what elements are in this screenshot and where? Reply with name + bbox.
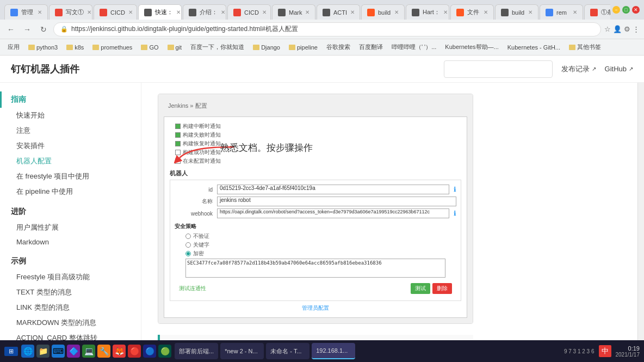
profile-icon[interactable]: 👤 bbox=[613, 25, 622, 33]
sidebar-item-freestyle-advanced[interactable]: Freestyle 项目高级功能 bbox=[0, 269, 141, 285]
radio-keyword[interactable]: 关键字 bbox=[175, 241, 456, 249]
bookmark-google[interactable]: 谷歌搜索 bbox=[324, 42, 352, 52]
tab-3[interactable]: CICD ✕ bbox=[94, 4, 137, 20]
menu-icon[interactable]: ⋮ bbox=[633, 25, 640, 33]
extensions-icon[interactable]: ⚙ bbox=[624, 25, 630, 33]
sidebar-item-freestyle[interactable]: 在 freestyle 项目中使用 bbox=[0, 169, 141, 184]
sidebar-item-text-type[interactable]: TEXT 类型的消息 bbox=[0, 285, 141, 300]
tab-favicon-11 bbox=[456, 9, 464, 16]
taskbar-app-new2[interactable]: *new 2 - N... bbox=[220, 343, 264, 359]
taskbar-firefox-icon[interactable]: 🦊 bbox=[113, 345, 126, 358]
radio-secret[interactable]: 加密 bbox=[175, 250, 456, 257]
bookmark-bilibili[interactable]: 哔哩哔哩（' '）... bbox=[389, 42, 438, 52]
close-button[interactable]: ✕ bbox=[632, 6, 640, 14]
tab-13[interactable]: rem ✕ bbox=[540, 4, 583, 20]
publish-record-link[interactable]: 发布记录 ↗ bbox=[561, 64, 596, 74]
sidebar-item-markdown-type[interactable]: MARKDOWN 类型的消息 bbox=[0, 315, 141, 330]
tab-close-5[interactable]: ✕ bbox=[221, 9, 225, 15]
tab-9[interactable]: build ✕ bbox=[361, 4, 405, 20]
tab-4[interactable]: 快速： ✕ bbox=[138, 4, 182, 20]
tab-close-6[interactable]: ✕ bbox=[262, 9, 267, 15]
bookmark-star-icon[interactable]: ☆ bbox=[604, 25, 611, 33]
input-method-indicator[interactable]: 中 bbox=[599, 345, 611, 357]
test-connectivity-link[interactable]: 测试连通性 bbox=[179, 285, 206, 292]
bookmark-go[interactable]: GO bbox=[139, 43, 160, 52]
name-input[interactable]: jenkins robot bbox=[217, 197, 456, 206]
taskbar-file-icon[interactable]: 📁 bbox=[36, 345, 49, 358]
taskbar-app2-icon[interactable]: 🔴 bbox=[128, 345, 141, 358]
tab-2[interactable]: 写文① ✕ bbox=[49, 4, 92, 20]
id-input[interactable]: 0d15219-2cc3-4de7-a1af-f65f4010c19a bbox=[217, 185, 449, 194]
bookmark-k8s-help[interactable]: Kubernetes帮助—... bbox=[443, 42, 500, 52]
test-button[interactable]: 测试 bbox=[411, 283, 430, 294]
start-button[interactable]: ⊞ bbox=[4, 347, 18, 356]
tab-5[interactable]: 介绍： ✕ bbox=[183, 4, 226, 20]
tab-close-1[interactable]: ✕ bbox=[38, 9, 42, 15]
sidebar-item-robot-config[interactable]: 机器人配置 bbox=[0, 154, 141, 169]
sidebar-item-link-type[interactable]: LINK 类型的消息 bbox=[0, 300, 141, 315]
back-button[interactable]: ← bbox=[4, 23, 17, 36]
tab-close-8[interactable]: ✕ bbox=[350, 9, 355, 15]
sidebar-item-note[interactable]: 注意 bbox=[0, 123, 141, 138]
webhook-info-icon[interactable]: ℹ bbox=[454, 210, 456, 217]
secret-textarea[interactable]: SEC3477fce7a08f78577a2d118b43b59ab47060e… bbox=[185, 259, 445, 278]
minimize-button[interactable]: − bbox=[612, 6, 620, 14]
bookmark-k8s[interactable]: k8s bbox=[64, 43, 86, 52]
radio-no-check[interactable]: 不验证 bbox=[175, 232, 456, 240]
taskbar-git-icon[interactable]: 💻 bbox=[82, 345, 95, 358]
tab-12[interactable]: build ✕ bbox=[495, 4, 538, 20]
delete-button[interactable]: 删除 bbox=[432, 283, 452, 294]
bookmark-pipeline[interactable]: pipeline bbox=[287, 43, 320, 52]
id-info-icon[interactable]: ℹ bbox=[454, 186, 456, 193]
sidebar-item-install-plugin[interactable]: 安装插件 bbox=[0, 138, 141, 154]
github-link[interactable]: GitHub ↗ bbox=[605, 65, 633, 73]
bookmark-others[interactable]: 其他书签 bbox=[567, 42, 603, 52]
sidebar-item-user-property[interactable]: 用户属性扩展 bbox=[0, 220, 141, 235]
taskbar-app-ip[interactable]: 192.168.1... bbox=[312, 343, 355, 359]
tab-close-7[interactable]: ✕ bbox=[305, 9, 309, 15]
bookmark-apps[interactable]: 应用 bbox=[5, 42, 22, 52]
right-scrollbar[interactable] bbox=[637, 83, 644, 340]
tab-close-3[interactable]: ✕ bbox=[128, 9, 133, 15]
bookmark-promethues[interactable]: promethues bbox=[90, 43, 134, 52]
taskbar-dev-icon[interactable]: 🔧 bbox=[97, 345, 110, 358]
bookmark-translate[interactable]: 百度翻译 bbox=[357, 42, 385, 52]
bookmark-django[interactable]: Django bbox=[251, 43, 282, 52]
taskbar-ie-icon[interactable]: 🌐 bbox=[21, 345, 34, 358]
tab-close-13[interactable]: ✕ bbox=[573, 9, 577, 15]
maximize-button[interactable]: □ bbox=[622, 6, 630, 14]
tab-6[interactable]: CICD ✕ bbox=[227, 4, 271, 20]
manage-link[interactable]: 管理员配置 bbox=[170, 304, 461, 312]
bookmark-git[interactable]: git bbox=[165, 43, 184, 52]
taskbar-app-icon[interactable]: 🔷 bbox=[67, 345, 80, 358]
webhook-input[interactable]: https://oapi.dingtalk.com/robot/send?acc… bbox=[217, 208, 449, 218]
forward-button[interactable]: → bbox=[21, 23, 34, 36]
tab-close-11[interactable]: ✕ bbox=[484, 9, 488, 15]
search-input[interactable] bbox=[444, 60, 553, 78]
sidebar-item-action-card1[interactable]: ACTION_CARD 整体跳转 bbox=[0, 330, 141, 340]
tab-7[interactable]: Mark ✕ bbox=[272, 4, 315, 20]
taskbar-app-unnamed[interactable]: 未命名 - T... bbox=[266, 343, 309, 359]
sidebar-item-markdown[interactable]: Markdown bbox=[0, 235, 141, 249]
tab-close-10[interactable]: ✕ bbox=[443, 9, 448, 15]
taskbar-app3-icon[interactable]: 🔵 bbox=[143, 345, 156, 358]
tab-10[interactable]: Hart： ✕ bbox=[406, 4, 449, 20]
tab-close-9[interactable]: ✕ bbox=[394, 9, 399, 15]
tab-11[interactable]: 文件 ✕ bbox=[450, 4, 494, 20]
tab-close-4[interactable]: ✕ bbox=[176, 9, 181, 15]
tab-close-12[interactable]: ✕ bbox=[528, 9, 532, 15]
tab-8[interactable]: ACTI ✕ bbox=[317, 4, 360, 20]
taskbar-vscode-icon[interactable]: ⌨ bbox=[52, 345, 65, 358]
bookmark-k8s-github[interactable]: Kubernetes - GitH... bbox=[505, 43, 562, 52]
tab-14[interactable]: ①条 ✕ bbox=[584, 4, 610, 20]
sidebar-item-pipeline[interactable]: 在 pipeline 中使用 bbox=[0, 184, 141, 199]
refresh-button[interactable]: ↻ bbox=[37, 23, 50, 36]
sidebar-item-quick-start[interactable]: 快速开始 bbox=[0, 108, 141, 123]
bookmark-python3[interactable]: python3 bbox=[26, 43, 60, 52]
taskbar-app-deploy[interactable]: 部署前后端... bbox=[175, 343, 218, 359]
address-bar[interactable]: 🔒 https://jenkinsci.github.io/dingtalk-p… bbox=[53, 22, 601, 36]
taskbar-app4-icon[interactable]: 🟢 bbox=[158, 345, 171, 358]
tab-close-2[interactable]: ✕ bbox=[87, 9, 91, 15]
tab-1[interactable]: 管理 ✕ bbox=[4, 4, 48, 20]
bookmark-baidu[interactable]: 百度一下，你就知道 bbox=[188, 42, 246, 52]
